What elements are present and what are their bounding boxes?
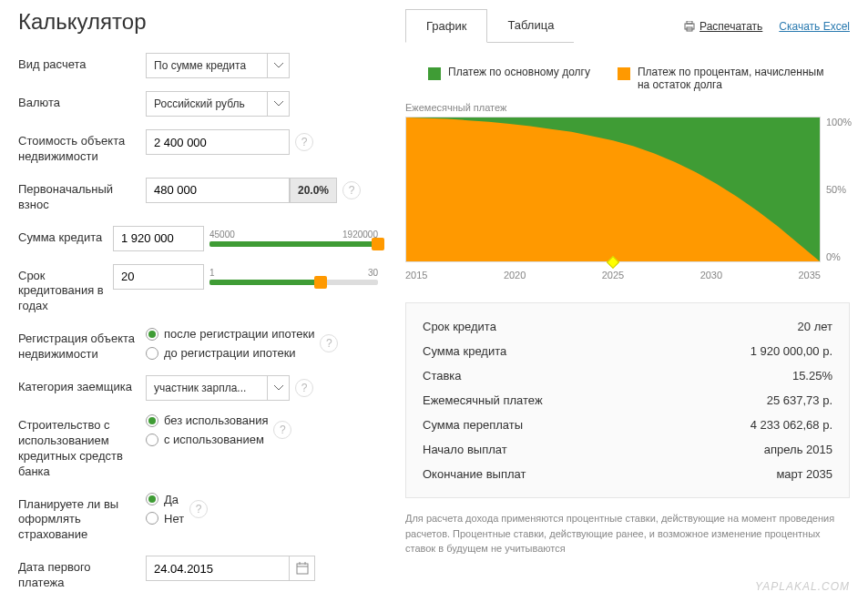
svg-rect-0 — [297, 564, 308, 574]
help-icon[interactable]: ? — [295, 133, 313, 151]
summary-val: 15.25% — [792, 369, 832, 383]
help-icon[interactable]: ? — [189, 500, 208, 518]
property-cost-label: Стоимость объекта недвижимости — [18, 129, 137, 165]
insurance-label: Планируете ли вы оформлять страхование — [18, 493, 137, 544]
tab-table[interactable]: Таблица — [487, 9, 574, 43]
currency-label: Валюта — [18, 91, 137, 111]
x-tick: 2030 — [700, 270, 722, 281]
summary-val: апрель 2015 — [764, 443, 832, 456]
x-tick: 2015 — [405, 270, 427, 281]
loan-amount-label: Сумма кредита — [18, 226, 104, 246]
loan-amount-slider[interactable] — [209, 241, 378, 247]
page-title: Калькулятор — [18, 9, 378, 35]
help-icon[interactable]: ? — [342, 181, 361, 199]
insurance-yes-radio[interactable]: Да — [146, 493, 184, 506]
print-link[interactable]: Распечатать — [683, 20, 762, 33]
x-tick: 2025 — [602, 270, 624, 281]
tab-chart[interactable]: График — [405, 9, 487, 43]
initial-payment-label: Первоначальный взнос — [18, 178, 137, 213]
currency-select[interactable]: Российский рубль — [146, 91, 290, 117]
chart-title: Ежемесячный платеж — [405, 102, 850, 113]
legend-label-interest: Платеж по процентам, начисленным на оста… — [638, 66, 838, 91]
registration-before-radio[interactable]: до регистрации ипотеки — [146, 346, 314, 360]
legend-swatch-interest — [618, 67, 630, 80]
excel-link[interactable]: Скачать Excel — [779, 20, 850, 33]
help-icon[interactable]: ? — [320, 334, 338, 352]
y-tick: 0% — [826, 251, 850, 262]
summary-val: 4 233 062,68 р. — [751, 418, 832, 432]
borrower-cat-label: Категория заемщика — [18, 375, 137, 395]
insurance-no-radio[interactable]: Нет — [146, 512, 184, 525]
summary-key: Сумма кредита — [423, 344, 506, 358]
chevron-down-icon — [267, 92, 289, 116]
construction-yes-radio[interactable]: с использованием — [146, 433, 268, 446]
loan-amount-input[interactable] — [113, 226, 204, 251]
y-tick: 50% — [826, 184, 850, 195]
property-cost-input[interactable] — [146, 129, 290, 155]
slider-thumb[interactable] — [372, 238, 384, 250]
summary-key: Окончание выплат — [423, 467, 526, 481]
summary-val: 1 920 000,00 р. — [751, 344, 832, 358]
printer-icon — [683, 21, 696, 32]
summary-val: 25 637,73 р. — [767, 393, 832, 407]
slider-thumb[interactable] — [314, 276, 327, 289]
summary-val: 20 лет — [798, 320, 832, 333]
chevron-down-icon — [267, 376, 289, 400]
summary-key: Ставка — [423, 369, 462, 383]
x-tick: 2020 — [504, 270, 526, 281]
slider-max: 30 — [368, 268, 378, 278]
registration-label: Регистрация объекта недвижимости — [18, 327, 137, 362]
calendar-icon[interactable] — [290, 556, 315, 581]
calc-type-select[interactable]: По сумме кредита — [146, 53, 290, 78]
x-tick: 2035 — [799, 270, 821, 281]
summary-panel: Срок кредита20 лет Сумма кредита1 920 00… — [405, 302, 850, 498]
first-payment-date-input[interactable] — [146, 556, 290, 581]
legend-swatch-principal — [428, 67, 441, 80]
initial-payment-pct: 20.0% — [290, 178, 337, 203]
construction-label: Строительство с использованием кредитных… — [18, 413, 137, 480]
payment-chart: 100% 50% 0% — [405, 117, 850, 262]
svg-rect-5 — [687, 21, 692, 24]
loan-term-label: Срок кредитования в годах — [18, 264, 104, 315]
watermark: YAPLAKAL.COM — [755, 580, 850, 593]
help-icon[interactable]: ? — [295, 379, 313, 397]
registration-after-radio[interactable]: после регистрации ипотеки — [146, 327, 314, 341]
summary-key: Ежемесячный платеж — [423, 393, 543, 407]
loan-term-slider[interactable] — [209, 280, 378, 285]
help-icon[interactable]: ? — [273, 421, 291, 439]
borrower-cat-select[interactable]: участник зарпла... — [146, 375, 290, 401]
summary-key: Срок кредита — [423, 320, 496, 333]
y-tick: 100% — [826, 117, 850, 128]
initial-payment-input[interactable] — [146, 178, 290, 203]
summary-key: Начало выплат — [423, 443, 507, 456]
slider-min: 45000 — [209, 230, 235, 240]
loan-term-input[interactable] — [113, 264, 204, 290]
chevron-down-icon — [267, 54, 289, 77]
calc-type-label: Вид расчета — [18, 53, 137, 73]
first-payment-date-label: Дата первого платежа — [18, 556, 137, 591]
construction-no-radio[interactable]: без использования — [146, 413, 268, 427]
summary-key: Сумма переплаты — [423, 418, 523, 432]
legend-label-principal: Платеж по основному долгу — [448, 66, 590, 78]
disclaimer-text: Для расчета дохода применяются процентны… — [405, 511, 850, 556]
slider-min: 1 — [209, 268, 215, 278]
summary-val: март 2035 — [776, 467, 832, 481]
